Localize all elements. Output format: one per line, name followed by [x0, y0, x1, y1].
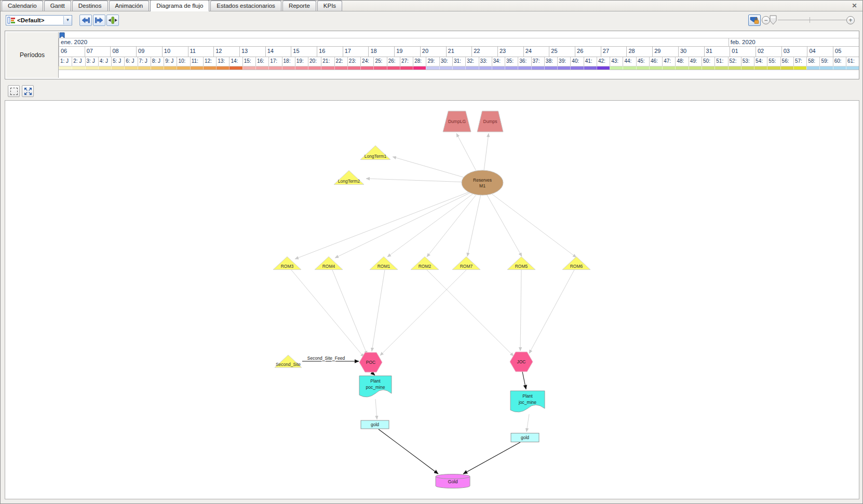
- day-header: 22: [471, 47, 497, 57]
- period-header: 21:: [321, 57, 334, 66]
- node-Plant_poc_mine[interactable]: Plantpoc_mine: [359, 376, 392, 397]
- node-label: gold: [521, 435, 529, 440]
- node-Plant_joc_mine[interactable]: Plantjoc_mine: [510, 391, 545, 412]
- node-label: JOC: [517, 359, 526, 364]
- node-Gold[interactable]: Gold: [436, 474, 470, 488]
- period-header: 35:: [505, 57, 518, 66]
- toolbar: <Default> ▼ − +: [1, 11, 862, 29]
- zoom-slider-track[interactable]: [778, 20, 846, 20]
- node-LongTerm2[interactable]: LongTerm2: [334, 171, 364, 185]
- node-Second_Site[interactable]: Second_Site: [275, 355, 302, 367]
- period-header: 43:: [610, 57, 623, 66]
- edge: [375, 399, 377, 419]
- period-header: 59:: [819, 57, 832, 66]
- close-button[interactable]: ✕: [851, 2, 858, 10]
- node-Dumps[interactable]: Dumps: [477, 111, 503, 132]
- month-header: ene. 2020: [59, 38, 729, 46]
- day-header: 13: [239, 47, 265, 57]
- period-header: 1: J: [59, 57, 72, 66]
- period-header: 56:: [780, 57, 793, 66]
- tab-strip: CalendarioGanttDestinosAnimaciónDiagrama…: [2, 0, 343, 11]
- flow-diagram-canvas[interactable]: Second_Site_Feed DumpLGDumpsLongTerm1Lon…: [5, 100, 859, 499]
- marker-lock-button[interactable]: [748, 15, 761, 26]
- node-label: LongTerm2: [338, 179, 360, 184]
- tab-reporte[interactable]: Reporte: [282, 1, 316, 11]
- shift-left-button[interactable]: [79, 15, 92, 26]
- tab-gantt[interactable]: Gantt: [44, 1, 71, 11]
- period-header: 61:: [846, 57, 859, 66]
- node-label: POC: [366, 360, 375, 365]
- tab-diagrama-de-flujo[interactable]: Diagrama de flujo: [150, 0, 209, 11]
- node-ROM3[interactable]: ROM3: [273, 257, 301, 270]
- period-header: 31:: [452, 57, 465, 66]
- zoom-out-button[interactable]: −: [762, 16, 770, 24]
- day-header: 16: [317, 47, 343, 57]
- node-gold_poc[interactable]: gold: [361, 420, 389, 429]
- zoom-slider-tick: [810, 17, 810, 23]
- node-ROM4[interactable]: ROM4: [315, 257, 343, 270]
- node-DumpLG[interactable]: DumpLG: [443, 111, 471, 132]
- node-ROM2[interactable]: ROM2: [411, 257, 439, 270]
- day-header: 23: [497, 47, 523, 57]
- period-header: 13:: [216, 57, 229, 66]
- day-header: 11: [188, 47, 214, 57]
- node-ROM1[interactable]: ROM1: [370, 257, 398, 270]
- period-header: 34:: [492, 57, 505, 66]
- edge: [379, 429, 438, 474]
- preset-dropdown[interactable]: <Default> ▼: [6, 15, 72, 25]
- timeline-empty-row: [59, 70, 859, 78]
- period-header: 5: J: [111, 57, 124, 66]
- edge: [463, 442, 520, 474]
- edge: Second_Site_Feed: [302, 356, 359, 361]
- shift-right-button[interactable]: [93, 15, 105, 26]
- day-header: 05: [833, 47, 859, 57]
- period-header-row: 1: J2: J3: J4: J5: J6: J7: J8: J9: J10:1…: [59, 57, 859, 66]
- period-header: 2: J: [72, 57, 85, 66]
- node-ROM6[interactable]: ROM6: [562, 257, 590, 270]
- tab-kpis[interactable]: KPIs: [317, 1, 342, 11]
- edge: [372, 270, 385, 351]
- period-color-band: [59, 66, 859, 70]
- period-header: 50:: [702, 57, 714, 66]
- node-LongTerm1[interactable]: LongTerm1: [360, 146, 390, 160]
- period-header: 27:: [400, 57, 413, 66]
- node-label: joc_mine: [518, 400, 536, 405]
- period-header: 19:: [295, 57, 308, 66]
- zoom-slider-thumb[interactable]: [770, 15, 777, 27]
- day-header: 21: [446, 47, 472, 57]
- preset-value: <Default>: [17, 17, 63, 23]
- day-header: 04: [807, 47, 833, 57]
- fit-view-button[interactable]: [22, 85, 34, 97]
- select-region-button[interactable]: [8, 85, 20, 97]
- node-label: Dumps: [483, 119, 497, 124]
- period-header: 58:: [806, 57, 819, 66]
- period-header: 22:: [334, 57, 347, 66]
- tab-calendario[interactable]: Calendario: [2, 1, 43, 11]
- flow-preset-icon: [7, 16, 16, 24]
- collapse-columns-button[interactable]: [106, 15, 119, 26]
- tab-estados-estacionarios[interactable]: Estados estacionarios: [210, 1, 281, 11]
- node-JOC[interactable]: JOC: [510, 352, 533, 372]
- node-label: ROM1: [377, 264, 390, 269]
- node-label: DumpLG: [448, 119, 466, 124]
- period-header: 6: J: [124, 57, 137, 66]
- zoom-in-button[interactable]: +: [846, 16, 855, 24]
- timeline-marker-row: [59, 31, 859, 38]
- node-Reserves_M1[interactable]: ReservesM1: [462, 170, 503, 195]
- month-header: feb. 2020: [729, 38, 859, 46]
- period-header: 9: J: [164, 57, 177, 66]
- period-header: 36:: [518, 57, 531, 66]
- tab-animaci-n[interactable]: Animación: [109, 1, 150, 11]
- node-gold_joc[interactable]: gold: [511, 433, 539, 442]
- day-header: 14: [265, 47, 291, 57]
- period-header: 11:: [190, 57, 203, 66]
- node-ROM5[interactable]: ROM5: [507, 257, 535, 270]
- edge: [332, 270, 367, 355]
- period-header: 53:: [741, 57, 754, 66]
- tab-destinos[interactable]: Destinos: [72, 1, 108, 11]
- edge: [291, 270, 364, 357]
- arrow-left-bar-icon: [80, 16, 91, 25]
- node-ROM7[interactable]: ROM7: [452, 257, 480, 270]
- day-header-row: 0607080910111213141516171819202122232425…: [59, 46, 859, 57]
- day-header: 15: [291, 47, 317, 57]
